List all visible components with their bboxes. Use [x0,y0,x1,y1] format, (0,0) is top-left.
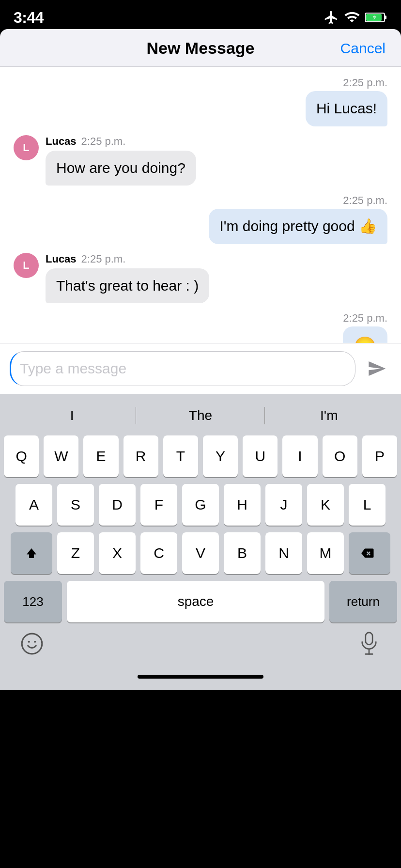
key-n[interactable]: N [265,532,302,574]
sender-name: Lucas [46,135,77,148]
key-q[interactable]: Q [4,435,39,477]
messages-area: 2:25 p.m. Hi Lucas! L Lucas 2:25 p.m. Ho… [0,67,401,343]
key-s[interactable]: S [57,484,94,526]
key-t[interactable]: T [163,435,198,477]
status-icons [324,10,387,25]
autocomplete-bar: I The I'm [4,401,397,435]
key-w[interactable]: W [44,435,78,477]
delete-key[interactable] [349,532,390,574]
emoji-icon [20,632,44,656]
bubble-meta: Lucas 2:25 p.m. [46,253,209,265]
bubble-meta: Lucas 2:25 p.m. [46,135,196,148]
key-p[interactable]: P [362,435,397,477]
numbers-key[interactable]: 123 [4,581,62,622]
message-time: 2:25 p.m. [306,77,387,89]
svg-rect-6 [366,633,372,645]
message-bubble: Hi Lucas! [306,91,387,126]
status-bar: 3:44 [0,0,401,29]
avatar: L [14,253,39,278]
message-row: 2:25 p.m. Hi Lucas! [14,77,387,126]
shift-icon [24,546,39,560]
key-b[interactable]: B [224,532,261,574]
return-key[interactable]: return [329,581,397,622]
autocomplete-item[interactable]: I'm [265,403,393,428]
key-g[interactable]: G [182,484,219,526]
wifi-icon [344,11,360,24]
key-e[interactable]: E [83,435,118,477]
key-c[interactable]: C [140,532,177,574]
keyboard: I The I'm Q W E R T Y U I O P A S D F G … [0,394,401,667]
send-icon [367,359,386,378]
key-a[interactable]: A [15,484,52,526]
sent-bubble-container: 2:25 p.m. Hi Lucas! [306,77,387,126]
delete-icon [361,546,378,560]
key-x[interactable]: X [99,532,136,574]
space-key[interactable]: space [67,581,324,622]
home-indicator [0,667,401,690]
key-o[interactable]: O [323,435,357,477]
key-row-2: A S D F G H J K L [4,484,397,526]
message-bubble: How are you doing? [46,151,196,186]
key-row-4: 123 space return [4,581,397,622]
microphone-icon [358,632,380,656]
key-i[interactable]: I [282,435,317,477]
message-row: L Lucas 2:25 p.m. How are you doing? [14,135,387,186]
battery-icon [365,11,387,24]
status-time: 3:44 [14,9,44,27]
key-h[interactable]: H [224,484,261,526]
avatar: L [14,135,39,160]
received-bubble-container: Lucas 2:25 p.m. That's great to hear : ) [46,253,209,304]
key-k[interactable]: K [307,484,344,526]
svg-rect-1 [385,16,386,19]
key-row-3: Z X C V B N M [4,532,397,574]
key-z[interactable]: Z [57,532,94,574]
svg-point-5 [34,641,36,643]
message-row: 2:25 p.m. 😝 [14,312,387,343]
key-l[interactable]: L [349,484,386,526]
airplane-icon [324,10,339,25]
message-time: 2:25 p.m. [81,135,126,148]
home-bar [138,675,263,679]
key-f[interactable]: F [140,484,177,526]
keyboard-bottom [4,622,397,663]
key-u[interactable]: U [243,435,278,477]
send-button[interactable] [362,354,391,383]
sender-name: Lucas [46,253,77,265]
key-v[interactable]: V [182,532,219,574]
shift-key[interactable] [11,532,52,574]
received-bubble-container: Lucas 2:25 p.m. How are you doing? [46,135,196,186]
key-d[interactable]: D [99,484,136,526]
message-bubble: I'm doing pretty good 👍 [209,209,387,244]
message-input[interactable] [10,351,355,386]
key-y[interactable]: Y [203,435,238,477]
message-time: 2:25 p.m. [209,194,387,207]
input-area [0,343,401,394]
sent-bubble-container: 2:25 p.m. I'm doing pretty good 👍 [209,194,387,244]
svg-point-3 [22,634,42,654]
header: New Message Cancel [0,29,401,67]
message-bubble: 😝 [343,326,387,343]
cancel-button[interactable]: Cancel [340,40,386,57]
keyboard-rows: Q W E R T Y U I O P A S D F G H J K L [4,435,397,622]
header-title: New Message [147,39,255,58]
message-row: 2:25 p.m. I'm doing pretty good 👍 [14,194,387,244]
message-time: 2:25 p.m. [343,312,387,325]
autocomplete-item[interactable]: The [136,403,264,428]
message-time: 2:25 p.m. [81,253,126,265]
emoji-button[interactable] [17,629,46,658]
autocomplete-item[interactable]: I [8,403,136,428]
microphone-button[interactable] [355,629,384,658]
key-r[interactable]: R [123,435,158,477]
message-row: L Lucas 2:25 p.m. That's great to hear :… [14,253,387,304]
key-j[interactable]: J [265,484,302,526]
key-m[interactable]: M [307,532,344,574]
message-bubble: That's great to hear : ) [46,268,209,304]
svg-point-4 [28,641,30,643]
sent-bubble-container: 2:25 p.m. 😝 [343,312,387,343]
key-row-1: Q W E R T Y U I O P [4,435,397,477]
